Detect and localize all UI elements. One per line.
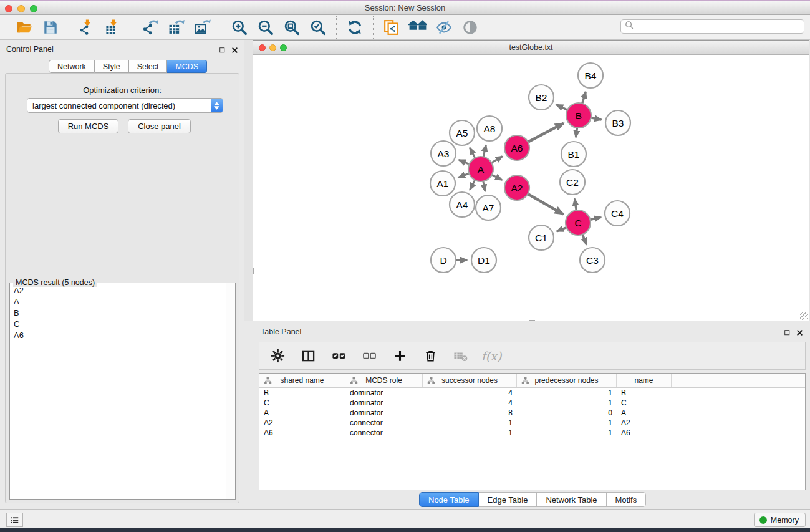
optimization-criterion-select[interactable]: largest connected component (directed) (27, 98, 223, 113)
tab-motifs[interactable]: Motifs (607, 492, 647, 507)
minimize-window-button[interactable] (17, 5, 25, 12)
node-label: B (576, 110, 582, 121)
table-row[interactable]: A6connector11A6 (259, 428, 805, 438)
node-B1[interactable]: B1 (561, 142, 586, 167)
node-C4[interactable]: C4 (605, 201, 630, 226)
table-row[interactable]: A2connector11A2 (259, 418, 805, 428)
import-network-button[interactable] (78, 18, 97, 37)
tab-mcds[interactable]: MCDS (167, 60, 207, 73)
table-x-button[interactable] (452, 347, 470, 365)
tab-select[interactable]: Select (129, 60, 168, 73)
zoom-out-button[interactable] (256, 18, 275, 37)
close-panel-button[interactable]: Close panel (128, 119, 191, 133)
network-close-button[interactable] (259, 44, 266, 51)
import-table-button[interactable] (104, 18, 123, 37)
gear-button[interactable] (269, 347, 286, 365)
node-A1[interactable]: A1 (430, 171, 455, 196)
node-C3[interactable]: C3 (580, 248, 605, 273)
column-header-MCDS-role[interactable]: MCDS role (345, 374, 423, 387)
table-row[interactable]: Cdominator41C (259, 398, 805, 408)
result-item: A (10, 296, 226, 307)
zoom-selected-button[interactable] (309, 18, 327, 37)
table-row[interactable]: Adominator80A (259, 408, 805, 418)
table-cell: 4 (423, 398, 517, 408)
node-D[interactable]: D (431, 248, 456, 273)
node-C2[interactable]: C2 (560, 170, 585, 195)
node-label: B4 (585, 70, 597, 81)
close-window-button[interactable] (5, 5, 12, 12)
canvas-vscroll-thumb[interactable] (253, 268, 254, 274)
node-B[interactable]: B (566, 103, 591, 128)
toolbar-group (373, 16, 488, 39)
unselect-all-button[interactable] (360, 347, 378, 365)
hide-eye-button[interactable] (435, 18, 453, 37)
zoom-in-button[interactable] (230, 18, 249, 37)
zoom-fit-button[interactable] (282, 18, 301, 37)
home-button[interactable] (408, 18, 427, 37)
column-header-successor-nodes[interactable]: successor nodes (423, 374, 517, 387)
node-C[interactable]: C (566, 210, 591, 235)
show-eye-button[interactable] (461, 18, 480, 37)
close-panel-icon[interactable] (230, 46, 239, 54)
node-A8[interactable]: A8 (477, 116, 502, 141)
table-close-panel-icon[interactable] (795, 328, 804, 337)
export-table-button[interactable] (167, 18, 186, 37)
column-header-predecessor-nodes[interactable]: predecessor nodes (517, 374, 617, 387)
export-image-button[interactable] (193, 18, 212, 37)
node-B2[interactable]: B2 (529, 85, 554, 110)
tab-style[interactable]: Style (95, 60, 129, 73)
node-label: B3 (612, 118, 624, 128)
network-maximize-button[interactable] (280, 44, 287, 51)
open-session-button[interactable] (15, 18, 34, 37)
app-titlebar: Session: New Session (0, 1, 810, 15)
column-header-shared-name[interactable]: shared name (259, 374, 345, 387)
node-A5[interactable]: A5 (450, 120, 475, 145)
delete-button[interactable] (422, 347, 439, 365)
search-box[interactable] (620, 19, 804, 34)
network-minimize-button[interactable] (269, 44, 276, 51)
refresh-button[interactable] (345, 18, 364, 37)
memory-button[interactable]: Memory (754, 513, 806, 527)
fx-button[interactable]: f(x) (483, 347, 500, 365)
result-scrollbar[interactable] (226, 283, 235, 499)
tab-node-table[interactable]: Node Table (419, 492, 479, 507)
maximize-window-button[interactable] (30, 5, 37, 12)
tab-network-table[interactable]: Network Table (537, 492, 606, 507)
tab-network[interactable]: Network (49, 60, 95, 73)
network-window-titlebar[interactable]: testGlobe.txt (253, 41, 809, 55)
node-B3[interactable]: B3 (605, 110, 630, 135)
network-canvas[interactable]: AA1A2A3A4A5A6A7A8BB1B2B3B4CC1C2C3C4DD1 (253, 55, 809, 321)
add-button[interactable] (391, 347, 408, 365)
table-cell: 1 (517, 428, 617, 438)
tab-edge-table[interactable]: Edge Table (479, 492, 538, 507)
node-A[interactable]: A (468, 157, 493, 181)
column-header-name[interactable]: name (617, 374, 672, 387)
node-A7[interactable]: A7 (476, 195, 501, 220)
table-cell: B (617, 388, 672, 398)
mcds-result-list[interactable]: A2ABCA6 (10, 284, 226, 499)
columns-icon (301, 349, 316, 363)
save-session-button[interactable] (41, 18, 60, 37)
node-A2[interactable]: A2 (504, 175, 529, 200)
node-A6[interactable]: A6 (504, 135, 529, 160)
node-A3[interactable]: A3 (431, 141, 456, 166)
node-D1[interactable]: D1 (471, 248, 496, 273)
export-network-icon (142, 19, 158, 36)
node-B4[interactable]: B4 (578, 63, 603, 88)
toolbar-group (69, 16, 132, 39)
run-mcds-button[interactable]: Run MCDS (58, 119, 118, 133)
table-row[interactable]: Bdominator41B (259, 388, 805, 398)
select-all-button[interactable] (330, 347, 347, 365)
export-network-button[interactable] (141, 18, 160, 37)
network-snapshot-button[interactable] (382, 18, 401, 37)
resize-grip[interactable] (800, 312, 808, 320)
status-list-button[interactable] (6, 513, 23, 527)
table-cell: C (259, 398, 345, 408)
float-panel-icon[interactable] (218, 46, 226, 54)
node-C1[interactable]: C1 (529, 225, 554, 250)
search-input[interactable] (637, 20, 804, 33)
home-icon (408, 18, 427, 37)
node-A4[interactable]: A4 (450, 192, 475, 217)
columns-button[interactable] (299, 347, 317, 365)
table-float-panel-icon[interactable] (783, 328, 791, 337)
